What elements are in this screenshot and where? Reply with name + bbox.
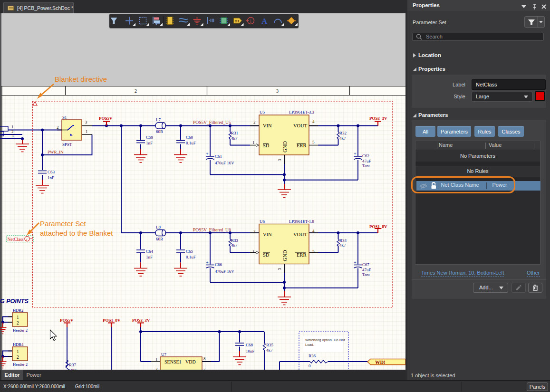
svg-text:2: 2 (57, 125, 59, 130)
svg-text:2: 2 (253, 120, 256, 124)
svg-text:R32: R32 (339, 131, 347, 135)
svg-text:POS5V_Filtered_U5: POS5V_Filtered_U5 (193, 120, 231, 125)
svg-text:4k7: 4k7 (231, 243, 238, 248)
svg-text:WD!: WD! (375, 360, 386, 365)
svg-text:SD: SD (263, 143, 270, 148)
svg-text:VIN: VIN (263, 232, 272, 237)
svg-text:60R: 60R (156, 237, 163, 241)
svg-text:1nF: 1nF (48, 175, 54, 180)
svg-text:ERR: ERR (297, 252, 306, 258)
svg-text:8: 8 (203, 356, 206, 361)
svg-text:Blanket directive: Blanket directive (55, 75, 107, 83)
svg-text:i: i (250, 19, 251, 24)
svg-text:R36: R36 (309, 354, 316, 358)
svg-text:C59: C59 (146, 135, 154, 140)
svg-text:SENSE1: SENSE1 (164, 359, 182, 364)
svg-text:C64: C64 (146, 249, 154, 254)
svg-text:3: 3 (85, 120, 87, 124)
svg-text:60R: 60R (156, 129, 163, 134)
svg-text:POS5V_Filtered_U6: POS5V_Filtered_U6 (193, 228, 231, 232)
svg-text:+: + (206, 151, 209, 156)
svg-text:2: 2 (17, 355, 19, 360)
svg-text:POS1_8V: POS1_8V (103, 318, 121, 323)
svg-text:1: 1 (86, 129, 88, 134)
svg-text:U6: U6 (260, 219, 265, 224)
svg-text:1nF: 1nF (146, 255, 153, 259)
svg-text:C63: C63 (48, 170, 55, 174)
svg-text:4k7: 4k7 (231, 136, 238, 141)
svg-text:L7: L7 (156, 117, 161, 122)
svg-text:0: 0 (309, 363, 311, 368)
svg-text:2: 2 (135, 88, 137, 94)
svg-text:4k7: 4k7 (266, 348, 273, 353)
svg-text:0.1uF: 0.1uF (186, 255, 196, 259)
svg-text:U5: U5 (260, 110, 265, 115)
svg-text:L8: L8 (156, 225, 161, 229)
svg-text:1: 1 (252, 140, 255, 145)
svg-text:R35: R35 (266, 343, 274, 347)
svg-text:1nF: 1nF (146, 141, 153, 145)
svg-text:Tant: Tant (362, 272, 370, 277)
svg-text:3: 3 (276, 88, 279, 94)
svg-text:1: 1 (252, 249, 255, 254)
svg-text:HDR4: HDR4 (13, 342, 24, 347)
svg-text:POS5V: POS5V (60, 318, 74, 323)
svg-text:POS3_3V: POS3_3V (132, 318, 150, 323)
svg-text:47uF: 47uF (362, 159, 371, 163)
svg-text:4: 4 (312, 229, 315, 233)
svg-text:2: 2 (17, 321, 19, 325)
svg-text:3: 3 (277, 268, 282, 270)
svg-text:SPST: SPST (62, 142, 72, 147)
svg-text:GND: GND (282, 250, 288, 261)
svg-text:+: + (206, 260, 209, 265)
svg-text:POS3_3V: POS3_3V (369, 116, 387, 121)
svg-text:PWR_IN: PWR_IN (48, 150, 64, 154)
svg-text:S1: S1 (62, 115, 67, 120)
svg-text:attached to the Blanket: attached to the Blanket (40, 229, 113, 237)
svg-text:4: 4 (312, 119, 315, 124)
svg-text:VOUT: VOUT (293, 232, 308, 237)
svg-text:10nF: 10nF (246, 349, 255, 354)
svg-text:3: 3 (11, 134, 14, 138)
svg-text:1: 1 (155, 357, 158, 362)
svg-text:+: + (354, 260, 357, 265)
svg-text:VOUT: VOUT (293, 123, 308, 128)
svg-text:Tant: Tant (362, 163, 370, 168)
svg-text:VDD: VDD (185, 359, 196, 364)
svg-text:1: 1 (17, 349, 19, 354)
svg-text:47uF: 47uF (362, 268, 371, 272)
svg-text:U7: U7 (161, 352, 166, 357)
svg-text:GND: GND (282, 141, 288, 153)
svg-text:Load.: Load. (305, 343, 314, 347)
svg-text:R34: R34 (339, 238, 347, 243)
svg-text:C65: C65 (186, 249, 193, 254)
svg-text:0.1uF: 0.1uF (186, 141, 196, 145)
svg-text:1: 1 (17, 315, 19, 320)
svg-text:3: 3 (277, 159, 282, 161)
svg-text:C61: C61 (215, 154, 222, 159)
svg-text:R37: R37 (69, 363, 77, 367)
svg-text:C66: C66 (215, 262, 222, 267)
svg-text:A: A (261, 17, 268, 26)
svg-text:SD: SD (263, 252, 270, 258)
svg-text:Parameter Set: Parameter Set (40, 220, 87, 228)
svg-text:C68: C68 (246, 343, 253, 347)
svg-text:LP3961ET-1.8: LP3961ET-1.8 (289, 219, 314, 224)
svg-text:5: 5 (312, 140, 315, 144)
svg-text:Header 2: Header 2 (13, 328, 28, 333)
svg-text:C60: C60 (186, 135, 193, 140)
svg-text:4k7: 4k7 (339, 243, 346, 248)
svg-text:NetClass: NetClass (8, 237, 24, 242)
svg-text:+: + (354, 151, 357, 156)
svg-text:ERR: ERR (297, 143, 306, 148)
svg-text:VIN: VIN (263, 123, 272, 128)
svg-text:C67: C67 (362, 262, 370, 267)
svg-text:D1: D1 (235, 19, 240, 23)
svg-text:R31: R31 (231, 131, 238, 135)
svg-text:LP3961ET-3.3: LP3961ET-3.3 (289, 110, 314, 115)
svg-text:1: 1 (11, 124, 14, 129)
svg-text:470uF 16V: 470uF 16V (215, 161, 234, 165)
svg-text:C62: C62 (362, 153, 369, 158)
svg-text:R33: R33 (231, 238, 239, 243)
svg-text:HDR2: HDR2 (13, 308, 23, 313)
